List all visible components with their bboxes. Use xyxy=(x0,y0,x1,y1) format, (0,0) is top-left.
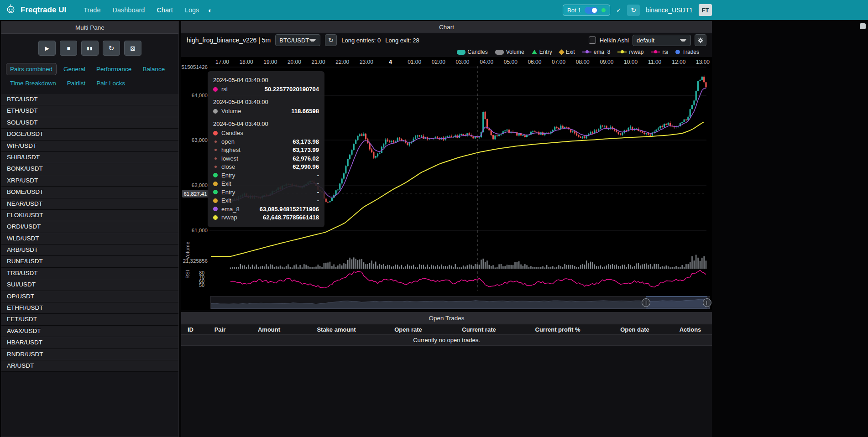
pair-row-wif-usdt[interactable]: WIF/USDT xyxy=(1,140,178,152)
exchange-label: binance_USDT1 xyxy=(646,6,693,14)
pair-row-hbar-usdt[interactable]: HBAR/USDT xyxy=(1,337,178,349)
legend-item-rsi[interactable]: rsi xyxy=(651,49,668,55)
chevron-down-icon xyxy=(680,39,687,42)
chart-refresh-button[interactable]: ↻ xyxy=(325,34,337,46)
pair-row-doge-usdt[interactable]: DOGE/USDT xyxy=(1,129,178,140)
column-header-pair[interactable]: Pair xyxy=(202,326,238,333)
datazoom-selection[interactable] xyxy=(646,297,707,308)
tooltip-row-open: open63,173.98 xyxy=(213,138,319,145)
avatar[interactable]: FT xyxy=(699,4,712,16)
tooltip-value: 63,085.948152171906 xyxy=(260,206,319,213)
pair-row-fet-usdt[interactable]: FET/USDT xyxy=(1,314,178,325)
datazoom-slider[interactable] xyxy=(210,296,710,309)
pair-row-arb-usdt[interactable]: ARB/USDT xyxy=(1,245,178,256)
nav-link-logs[interactable]: Logs xyxy=(185,6,199,14)
legend-item-volume[interactable]: Volume xyxy=(495,49,524,55)
tooltip-row-candles: Candles xyxy=(213,130,319,136)
column-header-amount[interactable]: Amount xyxy=(238,326,300,333)
tab-pair-locks[interactable]: Pair Locks xyxy=(92,77,129,89)
pair-row-bonk-usdt[interactable]: BONK/USDT xyxy=(1,163,178,175)
tab-time-breakdown[interactable]: Time Breakdown xyxy=(6,77,60,89)
tooltip-label: highest xyxy=(221,146,241,153)
tooltip-label: Exit xyxy=(221,180,231,187)
tooltip-value: - xyxy=(317,197,319,204)
pair-row-trb-usdt[interactable]: TRB/USDT xyxy=(1,268,178,279)
pair-row-ordi-usdt[interactable]: ORDI/USDT xyxy=(1,221,178,233)
clear-button[interactable]: ⊠ xyxy=(124,41,141,56)
long-exit-label: Long exit: 28 xyxy=(385,37,419,44)
brand[interactable]: Freqtrade UI xyxy=(0,4,66,16)
column-header-open-rate[interactable]: Open rate xyxy=(373,326,444,333)
nav-link-chart[interactable]: Chart xyxy=(157,6,173,14)
pair-row-shib-usdt[interactable]: SHIB/USDT xyxy=(1,152,178,163)
pair-row-btc-usdt[interactable]: BTC/USDT xyxy=(1,94,178,105)
legend-item-rvwap[interactable]: rvwap xyxy=(617,49,643,55)
pair-row-sol-usdt[interactable]: SOL/USDT xyxy=(1,117,178,129)
plot-config-select[interactable]: default xyxy=(633,35,691,46)
multi-pane-tabs: Pairs combinedGeneralPerformanceBalanceT… xyxy=(1,60,178,93)
pair-row-ar-usdt[interactable]: AR/USDT xyxy=(1,360,178,372)
chart-settings-button[interactable] xyxy=(695,34,706,46)
chart-panel-header: Chart xyxy=(181,21,712,33)
column-header-id[interactable]: ID xyxy=(181,326,202,333)
pair-row-ethfi-usdt[interactable]: ETHFI/USDT xyxy=(1,302,178,314)
tooltip-section: 2024-05-04 03:40:00rsi50.22577020190704 xyxy=(213,77,319,93)
tooltip-value: 63,173.98 xyxy=(293,138,319,145)
theme-toggle-icon[interactable]: ◐ xyxy=(208,6,212,14)
datazoom-left-handle[interactable] xyxy=(642,298,650,307)
nav-link-dashboard[interactable]: Dashboard xyxy=(112,6,145,14)
plot-config-value: default xyxy=(637,37,654,44)
column-header-current-profit[interactable]: Current profit % xyxy=(514,326,601,333)
pair-row-op-usdt[interactable]: OP/USDT xyxy=(1,291,178,302)
tab-performance[interactable]: Performance xyxy=(92,63,136,75)
sub-series-dot-icon xyxy=(214,166,217,168)
tooltip-row-highest: highest63,173.99 xyxy=(213,146,319,153)
play-button[interactable]: ▶ xyxy=(38,41,56,56)
tab-pairlist[interactable]: Pairlist xyxy=(63,77,90,89)
stop-button[interactable]: ■ xyxy=(60,41,77,56)
bot-toggle[interactable] xyxy=(585,7,598,14)
legend-item-ema-8[interactable]: ema_8 xyxy=(582,49,611,55)
legend-item-exit[interactable]: Exit xyxy=(559,49,575,55)
check-icon[interactable]: ✓ xyxy=(616,7,621,14)
scrollbar-thumb[interactable] xyxy=(860,23,866,29)
long-entries-label: Long entries: 0 xyxy=(341,37,381,44)
tooltip-label: ema_8 xyxy=(221,206,240,213)
pair-row-sui-usdt[interactable]: SUI/USDT xyxy=(1,279,178,291)
pair-row-rune-usdt[interactable]: RUNE/USDT xyxy=(1,256,178,267)
pair-row-rndr-usdt[interactable]: RNDR/USDT xyxy=(1,349,178,360)
refresh-button[interactable]: ↻ xyxy=(627,5,640,16)
bot-selector[interactable]: Bot 1 xyxy=(563,5,610,16)
pair-row-bome-usdt[interactable]: BOME/USDT xyxy=(1,187,178,198)
pair-row-near-usdt[interactable]: NEAR/USDT xyxy=(1,198,178,210)
legend-label: Exit xyxy=(566,49,575,55)
pair-select[interactable]: BTC/USDT xyxy=(275,34,320,46)
reload-button[interactable]: ↻ xyxy=(103,41,120,56)
pair-row-xrp-usdt[interactable]: XRP/USDT xyxy=(1,175,178,187)
legend-item-candles[interactable]: Candles xyxy=(457,49,488,55)
tooltip-row-volume: Volume118.66598 xyxy=(213,108,319,114)
tab-general[interactable]: General xyxy=(59,63,89,75)
chart-panel: Chart high_frog_binance_v226 | 5m BTC/US… xyxy=(181,21,712,309)
tooltip-label: open xyxy=(221,138,235,145)
freqtrade-app: Freqtrade UI TradeDashboardChartLogs ◐ B… xyxy=(0,0,868,437)
heikin-ashi-checkbox[interactable] xyxy=(589,36,596,44)
tooltip-value: 62,976.02 xyxy=(293,155,319,162)
legend-item-trades[interactable]: Trades xyxy=(675,49,699,55)
pair-row-wld-usdt[interactable]: WLD/USDT xyxy=(1,233,178,245)
column-header-actions[interactable]: Actions xyxy=(669,326,712,333)
pair-row-floki-usdt[interactable]: FLOKI/USDT xyxy=(1,210,178,221)
ema-8-marker-icon xyxy=(582,52,591,53)
column-header-open-date[interactable]: Open date xyxy=(601,326,669,333)
legend-label: rvwap xyxy=(629,49,643,55)
tab-pairs-combined[interactable]: Pairs combined xyxy=(6,63,57,75)
pair-row-eth-usdt[interactable]: ETH/USDT xyxy=(1,105,178,117)
tab-balance[interactable]: Balance xyxy=(138,63,169,75)
column-header-stake-amount[interactable]: Stake amount xyxy=(300,326,373,333)
column-header-current-rate[interactable]: Current rate xyxy=(444,326,514,333)
pair-row-avax-usdt[interactable]: AVAX/USDT xyxy=(1,326,178,337)
legend-item-entry[interactable]: Entry xyxy=(532,49,552,55)
datazoom-right-handle[interactable] xyxy=(703,298,711,307)
nav-link-trade[interactable]: Trade xyxy=(84,6,100,14)
pause-button[interactable]: ▮▮ xyxy=(81,41,99,56)
